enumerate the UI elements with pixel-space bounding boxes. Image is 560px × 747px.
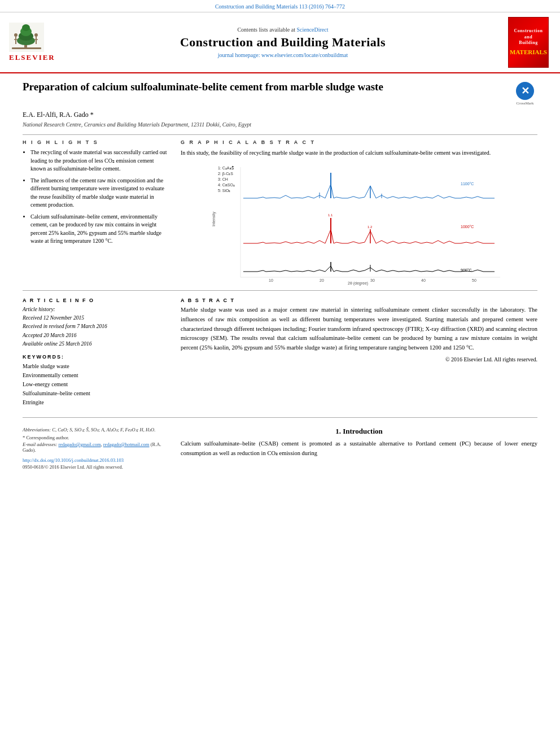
article-info-left: A R T I C L E I N F O Article history: R…	[23, 298, 169, 413]
highlights-label: H I G H L I G H T S	[23, 139, 169, 145]
elsevier-brand: ELSEVIER	[9, 53, 55, 62]
journal-title: Construction and Building Materials	[60, 35, 506, 50]
paper-body: Preparation of calcium sulfoaluminate-be…	[0, 73, 560, 479]
intro-heading: 1. Introduction	[181, 427, 537, 436]
svg-point-6	[22, 24, 30, 31]
accepted-date: Accepted 20 March 2016	[23, 331, 169, 340]
copyright: © 2016 Elsevier Ltd. All rights reserved…	[181, 356, 537, 362]
crossmark-icon: ✕	[516, 82, 534, 100]
divider-3	[23, 417, 537, 418]
corresponding-author: * Corresponding author.	[23, 435, 169, 440]
graphical-abstract-text: In this study, the feasibility of recycl…	[181, 148, 537, 157]
svg-text:10: 10	[269, 278, 273, 282]
doi-line: http://dx.doi.org/10.1016/j.conbuildmat.…	[23, 457, 169, 463]
article-history: Article history: Received 12 November 20…	[23, 305, 169, 348]
keywords-list: Marble sludge waste Environmentally ceme…	[23, 362, 169, 407]
email-line: E-mail addresses: redagado@gmail.com, re…	[23, 442, 169, 453]
keyword: Marble sludge waste	[23, 362, 169, 371]
xrd-chart-svg: 1: C₄A₃S̄ 2: β-C₂S 3: CH 4: CaSO₄ 5: SiO…	[181, 161, 537, 286]
available-date: Available online 25 March 2016	[23, 340, 169, 348]
highlights-graphical-row: H I G H L I G H T S The recycling of was…	[23, 139, 537, 286]
highlight-item: The recycling of waste material was succ…	[30, 148, 169, 173]
article-info-section: A R T I C L E I N F O Article history: R…	[23, 298, 537, 413]
article-info-block: A R T I C L E I N F O Article history: R…	[23, 298, 169, 348]
keyword: Ettringite	[23, 398, 169, 407]
svg-text:1000°C: 1000°C	[461, 225, 474, 229]
svg-text:40: 40	[421, 278, 426, 282]
svg-text:20: 20	[320, 278, 324, 282]
xrd-chart: 1: C₄A₃S̄ 2: β-C₂S 3: CH 4: CaSO₄ 5: SiO…	[181, 161, 537, 286]
journal-homepage: journal homepage: www.elsevier.com/locat…	[60, 52, 506, 58]
keyword: Sulfoaluminate–belite cement	[23, 389, 169, 398]
keyword: Environmentally cement	[23, 371, 169, 380]
graphical-abstract-label: G R A P H I C A L A B S T R A C T	[181, 139, 537, 145]
svg-point-10	[34, 33, 38, 37]
svg-text:2θ (degree): 2θ (degree)	[348, 281, 368, 286]
paper-title-section: Preparation of calcium sulfoaluminate-be…	[23, 80, 537, 106]
svg-text:1: C₄A₃S̄: 1: C₄A₃S̄	[218, 166, 234, 170]
graphical-abstract-section: G R A P H I C A L A B S T R A C T In thi…	[181, 139, 537, 286]
svg-rect-13	[212, 161, 506, 286]
divider-1	[23, 134, 537, 135]
keywords-block: Keywords: Marble sludge waste Environmen…	[23, 354, 169, 407]
journal-logo-right: Construction and Building MATERIALS	[506, 17, 551, 68]
svg-point-7	[14, 33, 18, 37]
history-label: Article history:	[23, 305, 169, 314]
introduction-section: 1. Introduction Calcium sulfoaluminate–b…	[181, 427, 537, 470]
received-date: Received 12 November 2015	[23, 314, 169, 322]
email-link-1[interactable]: redagado@gmail.com	[58, 442, 100, 447]
revised-date: Received in revised form 7 March 2016	[23, 322, 169, 331]
journal-header: ELSEVIER Contents lists available at Sci…	[0, 12, 560, 73]
sciencedirect-link[interactable]: ScienceDirect	[296, 27, 328, 33]
contents-line: Contents lists available at ScienceDirec…	[60, 27, 506, 33]
abstract-text: Marble sludge waste was used as a major …	[181, 305, 537, 353]
svg-text:50: 50	[472, 278, 476, 282]
highlights-list: The recycling of waste material was succ…	[23, 148, 169, 246]
journal-citation: Construction and Building Materials 113 …	[0, 0, 560, 12]
affiliation: National Research Centre, Ceramics and B…	[23, 121, 537, 128]
intro-text: Calcium sulfoaluminate–belite (CSAB) cem…	[181, 439, 537, 458]
highlights-section: H I G H L I G H T S The recycling of was…	[23, 139, 169, 286]
svg-text:1.2: 1.2	[368, 225, 373, 229]
keywords-label: Keywords:	[23, 354, 169, 360]
article-info-label: A R T I C L E I N F O	[23, 298, 169, 303]
highlight-item: Calcium sulfoaluminate–belite cement, en…	[30, 213, 169, 246]
highlight-item: The influences of the cement raw mix com…	[30, 177, 169, 209]
crossmark: ✕ CrossMark	[513, 81, 537, 106]
issn-line: 0950-0618/© 2016 Elsevier Ltd. All right…	[23, 464, 169, 470]
svg-text:4: CaSO₄: 4: CaSO₄	[218, 183, 235, 187]
abstract-section: A B S T R A C T Marble sludge waste was …	[181, 298, 537, 413]
email-link-2[interactable]: redagado@hotmail.com	[103, 442, 150, 447]
svg-text:2: β-C₂S: 2: β-C₂S	[218, 172, 233, 176]
svg-rect-1	[12, 47, 41, 49]
svg-text:1100°C: 1100°C	[461, 182, 474, 186]
svg-text:30: 30	[370, 278, 375, 282]
abstract-label: A B S T R A C T	[181, 298, 537, 303]
elsevier-logo: ELSEVIER	[9, 23, 60, 62]
bottom-section: Abbreviations: C, CaO; S, SiO₂; Š, SO₃; …	[23, 427, 537, 470]
divider-2	[23, 290, 537, 291]
abbreviations: Abbreviations: C, CaO; S, SiO₂; Š, SO₃; …	[23, 427, 169, 433]
svg-text:Intensity: Intensity	[212, 211, 216, 226]
journal-center: Contents lists available at ScienceDirec…	[60, 27, 506, 58]
svg-text:3: CH: 3: CH	[218, 177, 228, 181]
authors: E.A. El-Alfi, R.A. Gado *	[23, 111, 537, 119]
svg-text:1.1: 1.1	[328, 213, 333, 217]
keyword: Low-energy cement	[23, 380, 169, 389]
elsevier-tree-icon	[9, 23, 44, 52]
svg-text:5: SiO₂: 5: SiO₂	[218, 189, 230, 193]
intro-heading-section: 1. Introduction	[181, 427, 537, 436]
footnotes-section: Abbreviations: C, CaO; S, SiO₂; Š, SO₃; …	[23, 427, 169, 470]
paper-title: Preparation of calcium sulfoaluminate-be…	[23, 80, 504, 94]
journal-logo-box: Construction and Building MATERIALS	[508, 17, 549, 68]
